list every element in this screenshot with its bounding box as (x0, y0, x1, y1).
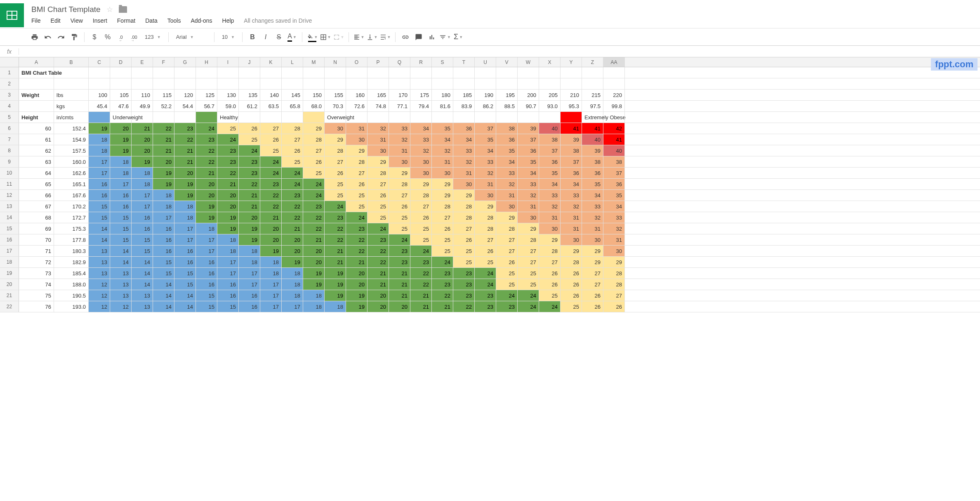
cell[interactable]: 165.1 (54, 179, 89, 189)
cell[interactable]: 79.4 (410, 101, 432, 111)
cell[interactable]: 23 (282, 190, 303, 201)
cell[interactable]: 27 (432, 212, 453, 223)
cell[interactable]: 29 (496, 212, 518, 223)
cell[interactable]: 39 (561, 134, 582, 145)
cell[interactable]: 19 (260, 246, 282, 256)
column-header-B[interactable]: B (54, 57, 89, 67)
cell[interactable]: 15 (110, 223, 132, 234)
cell[interactable]: 30 (432, 168, 453, 178)
cell[interactable]: kgs (54, 101, 89, 111)
cell[interactable]: 16 (196, 279, 217, 290)
cell[interactable]: 24 (475, 268, 496, 279)
menu-tools[interactable]: Tools (167, 17, 181, 24)
cell[interactable]: 35 (603, 190, 625, 201)
cell[interactable]: 25 (346, 201, 368, 212)
cell[interactable]: 29 (453, 190, 475, 201)
cell[interactable] (539, 78, 561, 89)
cell[interactable]: 19 (282, 257, 303, 267)
functions-icon[interactable]: Σ▼ (452, 31, 464, 43)
cell[interactable]: 19 (174, 179, 196, 189)
cell[interactable]: 25 (453, 257, 475, 267)
cell[interactable]: 75 (19, 290, 54, 301)
cell[interactable]: 27 (518, 246, 539, 256)
cell[interactable]: 26 (582, 301, 603, 312)
cell[interactable]: 170 (389, 90, 410, 100)
cell[interactable]: 19 (217, 212, 239, 223)
cell[interactable]: 25 (325, 190, 346, 201)
cell[interactable]: 180.3 (54, 246, 89, 256)
cell[interactable]: 23 (217, 145, 239, 156)
cell[interactable]: 20 (389, 301, 410, 312)
column-header-H[interactable]: H (196, 57, 217, 67)
column-header-P[interactable]: P (368, 57, 389, 67)
cell[interactable]: 69 (19, 223, 54, 234)
cell[interactable]: 52.2 (153, 101, 174, 111)
cell[interactable]: 26 (346, 179, 368, 189)
cell[interactable]: 45.4 (89, 101, 110, 111)
cell[interactable] (196, 112, 217, 123)
cell[interactable]: 22 (303, 212, 325, 223)
cell[interactable]: 81.6 (432, 101, 453, 111)
cell[interactable]: 15 (196, 301, 217, 312)
cell[interactable]: 22 (432, 290, 453, 301)
cell[interactable]: 24 (196, 123, 217, 134)
cell[interactable]: 23 (475, 301, 496, 312)
cell[interactable]: 14 (153, 290, 174, 301)
cell[interactable]: 25 (368, 201, 389, 212)
cell[interactable]: 165 (368, 90, 389, 100)
row-header-4[interactable]: 4 (0, 101, 19, 111)
cell[interactable]: 23 (432, 279, 453, 290)
cell[interactable] (196, 78, 217, 89)
cell[interactable]: 27 (475, 234, 496, 245)
cell[interactable]: 19 (325, 279, 346, 290)
cell[interactable]: 27 (368, 179, 389, 189)
cell[interactable] (89, 67, 110, 78)
cell[interactable]: 30 (368, 145, 389, 156)
cell[interactable] (325, 67, 346, 78)
cell[interactable]: 32 (475, 168, 496, 178)
folder-icon[interactable] (119, 6, 127, 13)
column-header-K[interactable]: K (260, 57, 282, 67)
cell[interactable] (389, 78, 410, 89)
cell[interactable]: 22 (260, 201, 282, 212)
cell[interactable]: 17 (239, 268, 260, 279)
number-format-dropdown[interactable]: 123▼ (141, 31, 164, 43)
cell[interactable] (410, 112, 432, 123)
cell[interactable] (346, 67, 368, 78)
cell[interactable] (54, 67, 89, 78)
column-header-R[interactable]: R (410, 57, 432, 67)
cell[interactable]: 37 (518, 134, 539, 145)
column-header-Y[interactable]: Y (561, 57, 582, 67)
cell[interactable]: 19 (239, 234, 260, 245)
cell[interactable]: 25 (453, 246, 475, 256)
cell[interactable] (239, 67, 260, 78)
row-header-18[interactable]: 18 (0, 257, 19, 267)
cell[interactable]: 41 (582, 123, 603, 134)
cell[interactable]: 28 (346, 156, 368, 167)
cell[interactable]: 14 (132, 257, 153, 267)
cell[interactable]: 31 (432, 156, 453, 167)
cell[interactable]: 20 (346, 268, 368, 279)
cell[interactable]: 31 (582, 223, 603, 234)
cell[interactable]: 22 (325, 234, 346, 245)
cell[interactable]: 22 (196, 156, 217, 167)
insert-link-icon[interactable] (400, 31, 411, 43)
cell[interactable]: 70.3 (325, 101, 346, 111)
borders-button[interactable]: ▼ (320, 31, 331, 43)
cell[interactable]: 36 (582, 168, 603, 178)
cell[interactable]: 20 (260, 234, 282, 245)
cell[interactable]: 25 (475, 257, 496, 267)
cell[interactable]: 20 (368, 301, 389, 312)
cell[interactable]: 77.1 (389, 101, 410, 111)
cell[interactable]: 18 (110, 168, 132, 178)
cell[interactable]: 73 (19, 268, 54, 279)
cell[interactable]: 15 (89, 201, 110, 212)
cell[interactable]: 16 (174, 257, 196, 267)
cell[interactable]: 14 (174, 301, 196, 312)
column-header-A[interactable]: A (19, 57, 54, 67)
decrease-decimal-button[interactable]: .0← (115, 31, 127, 43)
cell[interactable]: 99.8 (603, 101, 625, 111)
row-header-2[interactable]: 2 (0, 78, 19, 89)
cell[interactable]: 28 (539, 246, 561, 256)
cell[interactable]: 160.0 (54, 156, 89, 167)
